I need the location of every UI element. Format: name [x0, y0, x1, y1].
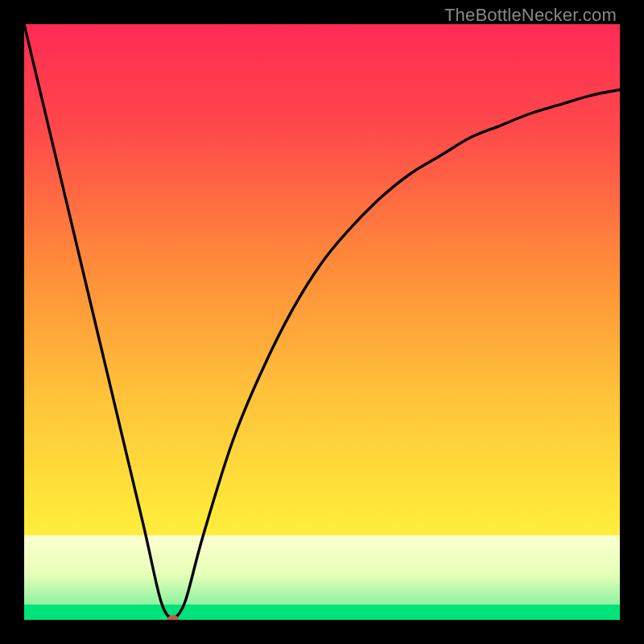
- green-baseline-band: [24, 605, 620, 620]
- pale-yellow-green-band: [24, 535, 620, 605]
- chart-svg: [24, 24, 620, 620]
- watermark-label: TheBottleNecker.com: [444, 5, 617, 26]
- chart-frame: [24, 24, 620, 620]
